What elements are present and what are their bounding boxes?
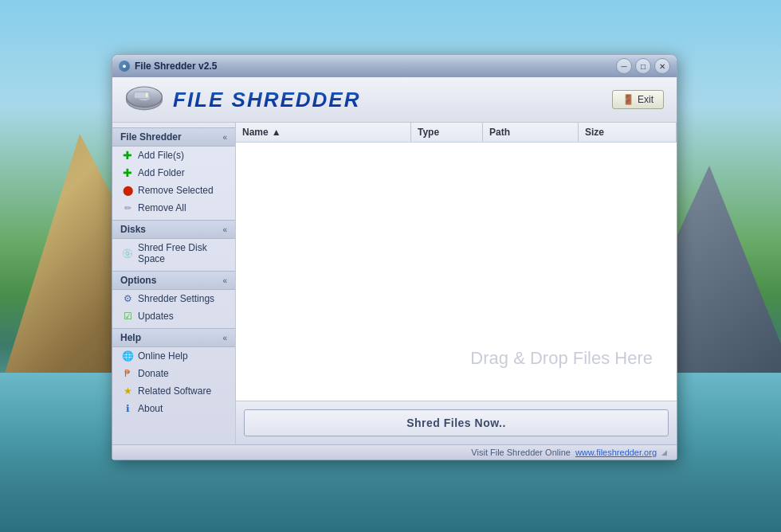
sidebar-item-related-software-label: Related Software: [138, 385, 211, 397]
remove-selected-icon: ⬤: [122, 185, 133, 196]
sidebar-item-donate[interactable]: ₱ Donate: [112, 365, 235, 382]
app-logo: FILE SHREDDER: [125, 85, 360, 114]
app-window: ● File Shredder v2.5 ─ □ ✕: [112, 54, 677, 460]
collapse-icon-options[interactable]: «: [222, 276, 227, 285]
column-header-name: Name ▲: [236, 123, 411, 142]
add-folder-icon: ✚: [122, 167, 133, 178]
sidebar-item-add-files[interactable]: ✚ Add File(s): [112, 147, 235, 164]
shred-files-button[interactable]: Shred Files Now..: [244, 409, 669, 436]
shred-free-disk-icon: 💿: [122, 248, 133, 259]
file-list-header: Name ▲ Type Path Size: [236, 123, 677, 143]
sidebar-item-add-folder[interactable]: ✚ Add Folder: [112, 164, 235, 182]
maximize-button[interactable]: □: [635, 58, 651, 74]
sidebar-item-updates-label: Updates: [138, 311, 174, 322]
sidebar-section-header-file-shredder: File Shredder «: [112, 127, 235, 147]
file-list-body: Drag & Drop Files Here: [236, 143, 677, 401]
sidebar-section-file-shredder: File Shredder « ✚ Add File(s) ✚ Add Fold…: [112, 127, 235, 217]
sidebar-item-remove-selected[interactable]: ⬤ Remove Selected: [112, 182, 235, 199]
sidebar-item-remove-selected-label: Remove Selected: [138, 185, 214, 196]
collapse-icon-help[interactable]: «: [222, 334, 227, 342]
column-header-type: Type: [411, 123, 483, 142]
sidebar-item-shredder-settings[interactable]: ⚙ Shredder Settings: [112, 290, 235, 307]
column-header-size: Size: [579, 123, 677, 142]
window-controls: ─ □ ✕: [616, 58, 670, 74]
sidebar-item-related-software[interactable]: ★ Related Software: [112, 382, 235, 400]
shredder-settings-icon: ⚙: [122, 293, 133, 304]
sidebar-section-header-help: Help «: [112, 328, 235, 347]
sidebar-section-options: Options « ⚙ Shredder Settings ☑ Updates: [112, 271, 235, 325]
sidebar-item-add-files-label: Add File(s): [138, 150, 184, 161]
add-files-icon: ✚: [122, 150, 133, 161]
shred-button-container: Shred Files Now..: [236, 401, 677, 444]
status-bar: Visit File Shredder Online www.fileshred…: [112, 444, 677, 460]
close-button[interactable]: ✕: [654, 58, 670, 74]
minimize-button[interactable]: ─: [616, 58, 632, 74]
online-help-icon: 🌐: [122, 350, 133, 362]
column-header-path: Path: [483, 123, 579, 142]
donate-icon: ₱: [122, 368, 133, 379]
main-layout: File Shredder « ✚ Add File(s) ✚ Add Fold…: [112, 123, 677, 444]
sidebar-section-header-options: Options «: [112, 271, 235, 290]
about-icon: ℹ: [122, 403, 133, 414]
sidebar-item-shredder-settings-label: Shredder Settings: [138, 293, 214, 304]
collapse-icon-file-shredder[interactable]: «: [222, 133, 227, 142]
sidebar-item-add-folder-label: Add Folder: [138, 167, 185, 178]
title-bar-icon: ●: [119, 61, 130, 72]
sidebar-section-header-disks: Disks «: [112, 220, 235, 239]
sidebar-item-online-help-label: Online Help: [138, 350, 188, 362]
sidebar-item-online-help[interactable]: 🌐 Online Help: [112, 347, 235, 365]
remove-all-icon: ✏: [122, 202, 133, 213]
sidebar-item-updates[interactable]: ☑ Updates: [112, 307, 235, 325]
sidebar-item-shred-free-disk[interactable]: 💿 Shred Free Disk Space: [112, 239, 235, 268]
title-bar-left: ● File Shredder v2.5: [119, 61, 217, 72]
exit-button[interactable]: 🚪 Exit: [612, 90, 664, 109]
sidebar-item-remove-all[interactable]: ✏ Remove All: [112, 199, 235, 217]
svg-rect-4: [146, 92, 148, 97]
sidebar-section-disks: Disks « 💿 Shred Free Disk Space: [112, 220, 235, 268]
app-header: FILE SHREDDER 🚪 Exit: [112, 77, 677, 123]
sidebar-section-title-disks: Disks: [120, 224, 146, 235]
disk-logo-icon: [125, 85, 163, 114]
sidebar-item-about-label: About: [138, 403, 163, 414]
visit-label: Visit File Shredder Online: [471, 448, 571, 457]
sort-asc-icon: ▲: [272, 127, 281, 138]
sidebar-section-title-file-shredder: File Shredder: [120, 131, 182, 143]
drag-drop-hint: Drag & Drop Files Here: [470, 348, 653, 369]
sidebar-item-about[interactable]: ℹ About: [112, 400, 235, 417]
website-link[interactable]: www.fileshredder.org: [575, 448, 657, 457]
sidebar-item-remove-all-label: Remove All: [138, 202, 186, 213]
related-software-icon: ★: [122, 385, 133, 397]
sidebar-item-donate-label: Donate: [138, 368, 169, 379]
sidebar-section-title-help: Help: [120, 332, 141, 343]
content-area: Name ▲ Type Path Size Drag & Drop Fil: [236, 123, 677, 444]
sidebar-section-title-options: Options: [120, 275, 156, 286]
exit-icon: 🚪: [622, 94, 634, 105]
sidebar: File Shredder « ✚ Add File(s) ✚ Add Fold…: [112, 123, 236, 444]
title-bar: ● File Shredder v2.5 ─ □ ✕: [112, 55, 677, 77]
resize-grip: ◢: [661, 448, 667, 456]
window-title: File Shredder v2.5: [135, 61, 217, 72]
exit-label: Exit: [638, 94, 653, 105]
collapse-icon-disks[interactable]: «: [222, 225, 227, 234]
sidebar-section-help: Help « 🌐 Online Help ₱ Donate ★ Related …: [112, 328, 235, 417]
updates-icon: ☑: [122, 311, 133, 322]
window-content: FILE SHREDDER 🚪 Exit File Shredder « ✚: [112, 77, 677, 460]
app-title: FILE SHREDDER: [173, 88, 360, 112]
sidebar-item-shred-free-disk-label: Shred Free Disk Space: [138, 242, 226, 264]
